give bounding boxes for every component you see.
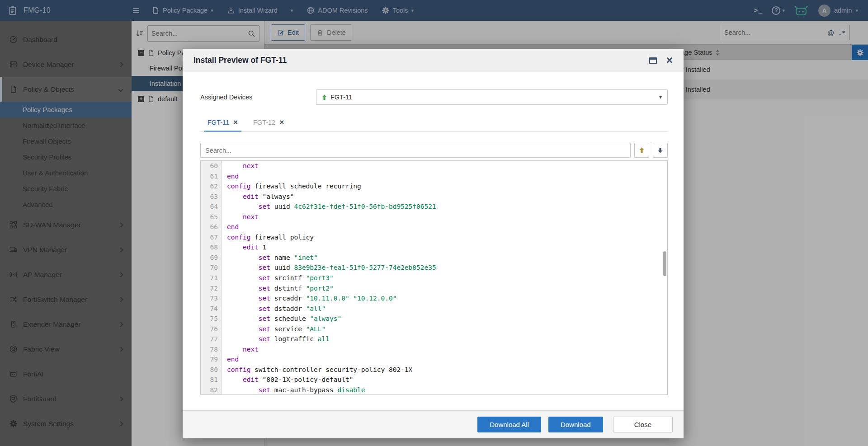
text-token: switch-controller security-policy 802-1X: [250, 366, 412, 373]
text-token: [227, 295, 259, 302]
code-line: 80config switch-controller security-poli…: [201, 365, 667, 375]
keyword-token: set: [259, 315, 270, 322]
code-text: end: [222, 354, 239, 365]
text-token: srcaddr: [270, 295, 306, 302]
code-line: 78 next: [201, 344, 667, 355]
text-token: [227, 335, 259, 343]
code-line: 71 set srcintf "port3": [201, 273, 667, 283]
tab-label: FGT-11: [208, 119, 229, 126]
assigned-device-value: FGT-11: [330, 94, 659, 101]
text-token: srcintf: [270, 274, 306, 282]
install-preview-modal: Install Preview of FGT-11 × Assigned Dev…: [183, 49, 684, 438]
keyword-token: config: [227, 234, 250, 241]
line-number: 61: [201, 171, 222, 182]
line-number: 81: [201, 375, 222, 385]
code-line: 63 edit "always": [201, 192, 667, 202]
code-line: 74 set dstaddr "all": [201, 304, 667, 314]
code-text: next: [222, 212, 259, 222]
code-text: config switch-controller security-policy…: [222, 365, 412, 375]
code-line: 61end: [201, 171, 667, 182]
text-token: [227, 376, 243, 383]
keyword-token: end: [227, 223, 239, 230]
code-line: 76 set service "ALL": [201, 324, 667, 334]
code-line: 75 set schedule "always": [201, 314, 667, 324]
modal-window-controls: ×: [649, 55, 673, 66]
value-token: "inet": [294, 254, 317, 261]
text-token: [227, 274, 259, 282]
assigned-devices-select[interactable]: FGT-11 ▾: [316, 89, 668, 105]
code-text: set uuid 4c62f31e-fdef-51f0-56fb-bd9525f…: [222, 202, 436, 212]
keyword-token: set: [259, 203, 270, 210]
device-up-arrow-icon: [321, 94, 328, 101]
text-token: uuid: [270, 203, 294, 210]
search-previous-button[interactable]: [634, 143, 649, 158]
code-scrollbar-thumb[interactable]: [663, 251, 666, 276]
code-line: 66end: [201, 222, 667, 232]
text-token: [227, 254, 259, 261]
keyword-token: next: [243, 346, 259, 353]
text-token: logtraffic: [270, 335, 318, 343]
code-line: 69 set name "inet": [201, 253, 667, 263]
code-line: 62config firewall schedule recurring: [201, 181, 667, 192]
keyword-token: set: [259, 274, 270, 282]
code-line: 81 edit "802-1X-policy-default": [201, 375, 667, 385]
modal-body: Assigned Devices FGT-11 ▾ FGT-11×FGT-12×: [183, 72, 684, 410]
code-text: set dstintf "port2": [222, 283, 334, 294]
code-line: 67config firewall policy: [201, 232, 667, 243]
code-text: set schedule "always": [222, 314, 341, 324]
code-text: set srcaddr "10.11.0.0" "10.12.0.0": [222, 293, 396, 304]
text-token: dstintf: [270, 285, 306, 292]
line-number: 65: [201, 212, 222, 222]
text-token: [227, 315, 259, 322]
close-icon[interactable]: ×: [666, 55, 673, 66]
text-token: [227, 325, 259, 333]
keyword-token: set: [259, 325, 270, 333]
maximize-icon[interactable]: [649, 57, 657, 64]
download-button[interactable]: Download: [548, 417, 603, 432]
tab-fgt-12[interactable]: FGT-12×: [253, 118, 284, 131]
close-button[interactable]: Close: [613, 417, 673, 432]
line-number: 69: [201, 253, 222, 263]
value-token: 4c62f31e-fdef-51f0-56fb-bd9525f06521: [294, 203, 436, 210]
line-number: 76: [201, 324, 222, 334]
code-search-input[interactable]: [205, 147, 626, 154]
code-line: 65 next: [201, 212, 667, 222]
keyword-token: config: [227, 183, 250, 190]
search-next-button[interactable]: [653, 143, 668, 158]
text-token: [227, 203, 259, 210]
value-token: 83e9b23e-fea1-51f0-5277-74e2eb852e35: [294, 264, 436, 271]
code-text: set uuid 83e9b23e-fea1-51f0-5277-74e2eb8…: [222, 263, 436, 273]
keyword-token: end: [227, 356, 239, 363]
code-text: edit 1: [222, 242, 266, 253]
value-token: all: [318, 335, 330, 343]
text-token: firewall schedule recurring: [250, 183, 361, 190]
text-token: name: [270, 254, 294, 261]
tab-close-icon[interactable]: ×: [233, 118, 238, 126]
code-text: next: [222, 344, 259, 355]
tab-fgt-11[interactable]: FGT-11×: [208, 118, 238, 131]
keyword-token: set: [259, 285, 270, 292]
download-all-button[interactable]: Download All: [477, 417, 541, 432]
value-token: "ALL": [306, 325, 326, 333]
value-token: disable: [337, 386, 365, 394]
arrow-up-icon: [638, 147, 645, 154]
line-number: 74: [201, 304, 222, 314]
line-number: 75: [201, 314, 222, 324]
code-text: set logtraffic all: [222, 334, 330, 344]
code-line: 77 set logtraffic all: [201, 334, 667, 344]
assigned-devices-label: Assigned Devices: [200, 94, 316, 101]
code-line: 68 edit 1: [201, 242, 667, 253]
text-token: [227, 244, 243, 251]
code-line: 64 set uuid 4c62f31e-fdef-51f0-56fb-bd95…: [201, 202, 667, 212]
keyword-token: next: [243, 162, 259, 169]
chevron-down-icon: ▾: [659, 94, 662, 100]
code-lines: 60 next61end62config firewall schedule r…: [201, 161, 667, 395]
tab-close-icon[interactable]: ×: [279, 118, 284, 126]
line-number: 66: [201, 222, 222, 232]
value-token: "port2": [306, 285, 334, 292]
line-number: 64: [201, 202, 222, 212]
line-number: 67: [201, 232, 222, 243]
code-text: edit "always": [222, 192, 294, 202]
line-number: 79: [201, 354, 222, 365]
text-token: service: [270, 325, 306, 333]
